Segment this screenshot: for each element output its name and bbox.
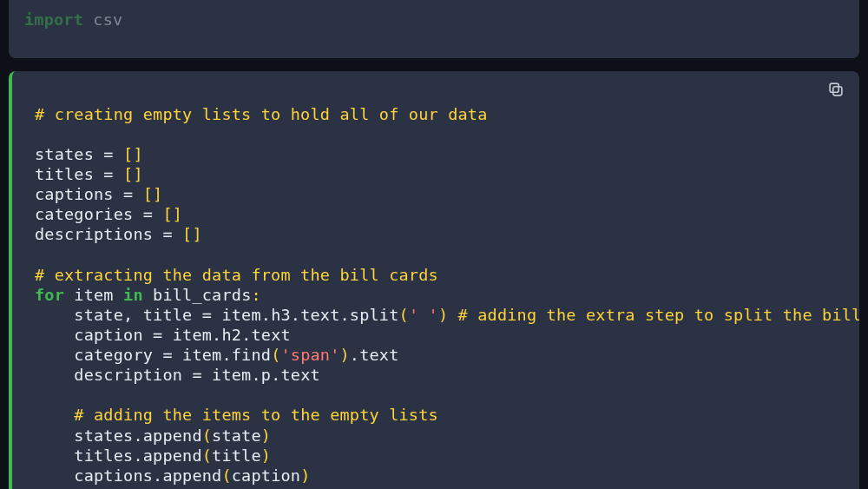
code-space: [64, 286, 74, 304]
code-paren: ): [340, 346, 350, 364]
code-content-main: # creating empty lists to hold all of ou…: [12, 71, 859, 489]
code-indent: [35, 426, 74, 445]
code-indent: [35, 366, 74, 384]
code-arg: state: [212, 426, 261, 445]
code-indent: [35, 346, 74, 364]
code-comment: # adding the extra step to split the bil…: [458, 306, 859, 324]
code-paren: (: [399, 306, 409, 324]
code-string: 'span': [280, 346, 339, 364]
code-op: =: [153, 225, 182, 243]
code-paren: (: [221, 466, 231, 485]
code-text: titles.append: [74, 446, 201, 465]
code-op: =: [94, 165, 123, 183]
code-var: bill_cards: [153, 286, 251, 304]
code-op: =: [162, 346, 172, 364]
code-punc: :: [251, 286, 260, 304]
code-keyword: in: [123, 286, 143, 304]
code-arg: title: [212, 446, 261, 465]
code-comment: # creating empty lists to hold all of ou…: [35, 105, 488, 123]
code-indent: [35, 326, 74, 344]
code-content-top: import csv: [9, 0, 859, 58]
code-space: [143, 286, 153, 304]
code-var: item: [74, 286, 113, 304]
code-text: states.append: [74, 426, 201, 445]
code-paren: ): [438, 306, 448, 324]
code-arg: caption: [232, 466, 300, 485]
code-var: titles: [35, 165, 94, 183]
code-text: .text: [350, 346, 399, 364]
code-var: descriptions: [35, 225, 153, 243]
code-indent: [35, 306, 74, 324]
code-paren: ): [300, 466, 310, 485]
code-text: item.h2.text: [162, 326, 290, 344]
code-text: item.p.text: [202, 366, 320, 384]
code-indent: [35, 466, 74, 485]
code-var: states: [35, 145, 94, 163]
code-text: state, title: [74, 306, 201, 324]
code-bracket: []: [143, 185, 163, 203]
code-bracket: []: [162, 205, 182, 223]
code-text: item.find: [173, 346, 271, 364]
code-text: captions.append: [74, 466, 221, 485]
code-bracket: []: [123, 165, 143, 183]
copy-icon[interactable]: [826, 80, 847, 101]
code-bracket: []: [123, 145, 143, 163]
code-op: =: [192, 366, 201, 384]
code-text: item.h3.text.split: [212, 306, 398, 324]
code-paren: (: [202, 426, 212, 445]
code-string: ' ': [409, 306, 438, 324]
code-op: =: [202, 306, 212, 324]
code-paren: (: [271, 346, 280, 364]
svg-rect-0: [833, 87, 842, 96]
code-comment: # extracting the data from the bill card…: [35, 266, 438, 284]
code-keyword: for: [35, 286, 64, 304]
code-space: [448, 306, 457, 324]
code-keyword: import: [24, 10, 83, 29]
code-comment: # adding the items to the empty lists: [74, 406, 438, 424]
code-text: caption: [74, 326, 153, 344]
svg-rect-1: [830, 84, 838, 93]
code-text: description: [74, 366, 192, 384]
code-op: =: [153, 326, 162, 344]
code-op: =: [114, 185, 143, 203]
code-indent: [35, 446, 74, 465]
code-indent: [35, 406, 74, 424]
code-paren: ): [261, 446, 271, 465]
code-cell-active[interactable]: # creating empty lists to hold all of ou…: [9, 71, 859, 489]
code-cell-inactive[interactable]: import csv: [9, 0, 859, 58]
code-op: =: [94, 145, 123, 163]
code-op: =: [133, 205, 162, 223]
code-text: csv: [83, 10, 122, 29]
code-paren: ): [261, 426, 271, 445]
code-var: categories: [35, 205, 133, 223]
code-text: category: [74, 346, 162, 364]
code-space: [114, 286, 123, 304]
code-var: captions: [35, 185, 114, 203]
code-paren: (: [202, 446, 212, 465]
code-bracket: []: [182, 225, 202, 243]
